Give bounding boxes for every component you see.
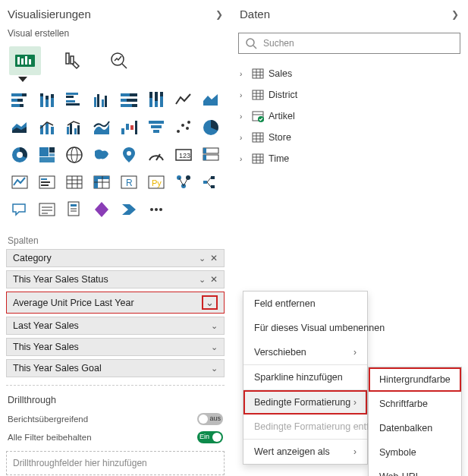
svg-rect-132: [253, 133, 263, 142]
chevron-down-icon[interactable]: ⌄: [199, 275, 206, 285]
menu-item[interactable]: Verschieben›: [243, 340, 367, 364]
remove-field-icon[interactable]: ✕: [210, 274, 218, 285]
field-label: This Year Sales: [13, 342, 79, 352]
chevron-right-icon: ›: [240, 134, 247, 142]
viz-waterfall-icon[interactable]: [117, 115, 141, 140]
chevron-down-icon[interactable]: ⌄: [211, 321, 218, 331]
viz-stacked-area-icon[interactable]: [8, 115, 32, 140]
svg-line-99: [179, 178, 184, 186]
keep-filters-toggle[interactable]: Ein: [197, 431, 223, 443]
viz-azure-map-icon[interactable]: [117, 143, 141, 167]
field-row[interactable]: This Year Sales Status⌄✕: [6, 270, 225, 288]
viz-clustered-bar-icon[interactable]: [62, 88, 86, 112]
cross-report-toggle[interactable]: aus: [197, 413, 223, 425]
viz-line-clustered-column-icon[interactable]: [62, 115, 86, 140]
submenu-item[interactable]: Schriftfarbe: [369, 392, 461, 416]
chevron-down-icon[interactable]: ⌄: [211, 342, 218, 352]
viz-area-icon[interactable]: [199, 88, 223, 112]
viz-narrative-icon[interactable]: [35, 197, 59, 222]
chevron-down-icon[interactable]: ⌄: [202, 295, 218, 310]
field-row[interactable]: This Year Sales⌄: [6, 338, 225, 356]
viz-pie-icon[interactable]: [199, 115, 223, 140]
submenu-item[interactable]: Web-URL: [369, 465, 461, 476]
table-item[interactable]: ›Store: [238, 127, 460, 148]
viz-scatter-icon[interactable]: [171, 115, 196, 140]
viz-gauge-icon[interactable]: [144, 143, 168, 167]
viz-decomposition-icon[interactable]: [199, 170, 223, 194]
collapse-data-icon[interactable]: ❯: [451, 9, 459, 20]
menu-item[interactable]: Sparkline hinzufügen: [243, 365, 367, 389]
svg-rect-75: [203, 148, 206, 153]
viz-multirow-card-icon[interactable]: [199, 143, 223, 167]
table-icon: [252, 89, 264, 101]
table-item[interactable]: ›Sales: [238, 63, 460, 84]
table-item[interactable]: ›Time: [238, 148, 460, 169]
table-label: Sales: [269, 68, 292, 79]
svg-point-55: [177, 130, 180, 133]
field-row[interactable]: Category⌄✕: [6, 249, 225, 267]
viz-line-icon[interactable]: [171, 88, 196, 112]
field-row[interactable]: Last Year Sales⌄: [6, 317, 225, 335]
viz-kpi-icon[interactable]: [8, 170, 32, 194]
svg-rect-64: [49, 153, 55, 156]
submenu-item[interactable]: Datenbalken: [369, 416, 461, 440]
viz-table-icon[interactable]: [62, 170, 86, 194]
svg-rect-15: [40, 96, 43, 107]
submenu-item[interactable]: Symbole: [369, 440, 461, 465]
viz-qa-icon[interactable]: [8, 197, 32, 222]
svg-rect-49: [126, 124, 129, 130]
analytics-tab[interactable]: [103, 46, 135, 75]
menu-item[interactable]: Für dieses Visual umbenennen: [243, 316, 367, 340]
svg-rect-26: [97, 94, 99, 107]
drillthrough-dropzone[interactable]: Drillthroughfelder hier hinzufügen: [6, 451, 225, 475]
viz-more-icon[interactable]: [144, 197, 168, 222]
table-item[interactable]: ›District: [238, 84, 460, 106]
menu-item[interactable]: Wert anzeigen als›: [243, 440, 367, 464]
viz-card-icon[interactable]: 123: [171, 143, 196, 167]
table-item[interactable]: ›Artikel: [238, 106, 460, 127]
submenu-item[interactable]: Hintergrundfarbe: [369, 367, 461, 392]
viz-ribbon-icon[interactable]: [90, 115, 114, 140]
field-well-columns: Category⌄✕This Year Sales Status⌄✕Averag…: [6, 249, 225, 377]
viz-filled-map-icon[interactable]: [90, 143, 114, 167]
table-icon: [252, 153, 264, 165]
viz-donut-icon[interactable]: [8, 143, 32, 167]
svg-point-116: [159, 208, 162, 211]
collapse-viz-icon[interactable]: ❯: [215, 9, 223, 20]
viz-powerapps-icon[interactable]: [90, 197, 114, 222]
submenu-item-label: Web-URL: [379, 471, 421, 476]
build-visual-tab[interactable]: [9, 46, 41, 75]
chevron-down-icon[interactable]: ⌄: [199, 254, 206, 263]
search-input[interactable]: Suchen: [238, 33, 460, 54]
menu-item[interactable]: Feld entfernen: [243, 292, 367, 316]
field-row[interactable]: This Year Sales Goal⌄: [6, 359, 225, 377]
viz-map-icon[interactable]: [62, 143, 86, 167]
viz-powerautomate-icon[interactable]: [117, 197, 141, 222]
viz-stacked-bar-icon[interactable]: [8, 88, 32, 112]
viz-stacked-column-icon[interactable]: [35, 88, 59, 112]
viz-r-icon[interactable]: R: [117, 170, 141, 194]
viz-funnel-icon[interactable]: [144, 115, 168, 140]
viz-python-icon[interactable]: Py: [144, 170, 168, 194]
menu-item[interactable]: Bedingte Formatierung›: [243, 390, 367, 415]
viz-paginated-icon[interactable]: [62, 197, 86, 222]
svg-rect-10: [22, 93, 27, 96]
chevron-right-icon: ›: [240, 112, 247, 121]
viz-matrix-icon[interactable]: [90, 170, 114, 194]
viz-treemap-icon[interactable]: [35, 143, 59, 167]
svg-rect-62: [39, 147, 49, 156]
svg-line-118: [253, 46, 256, 49]
chevron-down-icon[interactable]: ⌄: [211, 364, 218, 374]
viz-slicer-icon[interactable]: [35, 170, 59, 194]
viz-line-stacked-column-icon[interactable]: [35, 115, 59, 140]
format-visual-tab[interactable]: [56, 46, 88, 75]
viz-100-bar-icon[interactable]: [117, 88, 141, 112]
viz-100-column-icon[interactable]: [144, 88, 168, 112]
svg-rect-79: [41, 178, 47, 180]
remove-field-icon[interactable]: ✕: [210, 253, 218, 263]
viz-key-influencers-icon[interactable]: [171, 170, 196, 194]
viz-gallery: 123 R Py: [5, 82, 226, 229]
field-row[interactable]: Average Unit Price Last Year⌄: [6, 292, 225, 314]
viz-clustered-column-icon[interactable]: [90, 88, 114, 112]
cross-report-label: Berichtsübergreifend: [8, 415, 88, 424]
